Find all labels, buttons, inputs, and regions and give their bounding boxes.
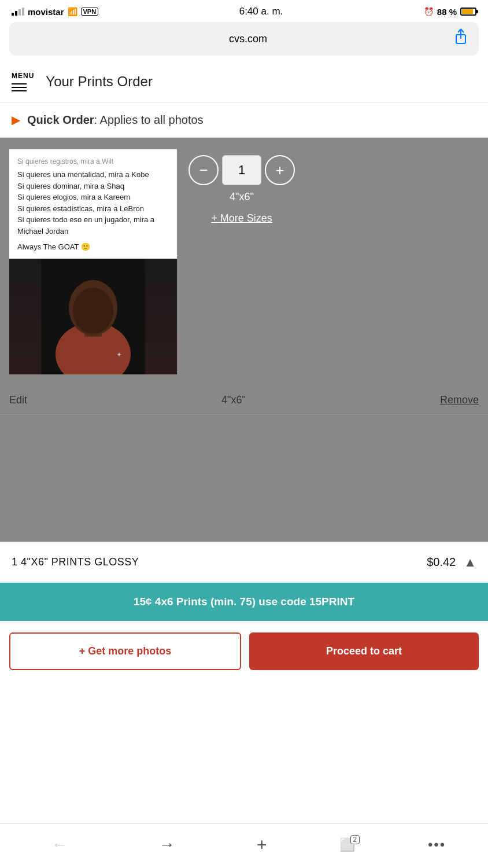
photo-preview: Si quieres registros, mira a Wilt Si qui…	[9, 149, 177, 374]
photo-text-overlay: Si quieres registros, mira a Wilt Si qui…	[9, 149, 177, 259]
photo-size-label: 4"x6"	[221, 394, 246, 406]
photo-image: ✦	[9, 259, 177, 374]
more-sizes-label: More Sizes	[220, 212, 272, 224]
proceed-to-cart-button[interactable]: Proceed to cart	[249, 632, 479, 670]
status-left: movistar 📶 VPN	[12, 7, 98, 17]
photo-preview-inner: Si quieres registros, mira a Wilt Si qui…	[9, 149, 177, 374]
quick-order-arrow-icon: ▶	[12, 113, 20, 127]
status-time: 6:40 a. m.	[239, 6, 283, 17]
quantity-input[interactable]	[222, 155, 261, 185]
quick-order-text: Quick Order: Applies to all photos	[27, 113, 204, 127]
more-sizes-prefix: +	[211, 212, 220, 224]
svg-point-7	[73, 288, 113, 334]
battery-percent: 88 %	[437, 7, 457, 17]
size-label: 4"x6"	[230, 191, 254, 203]
photo-section: Si quieres registros, mira a Wilt Si qui…	[0, 138, 488, 386]
photo-text-line3: Si quieres dominar, mira a Shaq	[17, 181, 169, 192]
remove-button[interactable]: Remove	[440, 394, 479, 406]
summary-price: $0.42	[427, 556, 456, 569]
status-right: ⏰ 88 %	[424, 7, 476, 17]
status-bar: movistar 📶 VPN 6:40 a. m. ⏰ 88 %	[0, 0, 488, 22]
forward-button[interactable]: →	[149, 833, 184, 856]
summary-right: $0.42 ▲	[427, 555, 476, 570]
menu-button[interactable]: MENU	[12, 72, 34, 91]
share-button[interactable]	[454, 29, 467, 49]
edit-button[interactable]: Edit	[9, 394, 27, 406]
vpn-badge: VPN	[81, 8, 99, 16]
chevron-up-icon[interactable]: ▲	[464, 555, 476, 570]
battery-icon	[460, 8, 476, 16]
quantity-decrease-button[interactable]: −	[188, 155, 219, 185]
back-button[interactable]: ←	[42, 833, 77, 856]
quantity-controls: − + 4"x6" + More Sizes	[188, 149, 295, 225]
action-buttons: + Get more photos Proceed to cart	[0, 621, 488, 682]
promo-banner: 15¢ 4x6 Prints (min. 75) use code 15PRIN…	[0, 583, 488, 621]
add-tab-button[interactable]: +	[257, 835, 267, 855]
url-text: cvs.com	[42, 33, 454, 45]
quantity-row: − +	[188, 155, 295, 185]
more-button[interactable]: •••	[428, 837, 446, 853]
photo-text-line5: Si quieres estadísticas, mira a LeBron	[17, 203, 169, 215]
empty-photo-section	[0, 414, 488, 542]
svg-text:✦: ✦	[116, 351, 122, 359]
summary-bar[interactable]: 1 4"x6" PRINTS GLOSSY $0.42 ▲	[0, 542, 488, 583]
bottom-nav: ← → + ⬜ 2 •••	[0, 823, 488, 868]
url-bar[interactable]: cvs.com	[9, 22, 479, 56]
page-title: Your Prints Order	[46, 73, 153, 90]
menu-label: MENU	[12, 72, 34, 80]
summary-text: 1 4"x6" PRINTS GLOSSY	[12, 556, 139, 568]
photo-text-line1: Si quieres registros, mira a Wilt	[17, 156, 169, 167]
promo-text: 15¢ 4x6 Prints (min. 75) use code 15PRIN…	[134, 595, 354, 608]
quick-order-description: : Applies to all photos	[94, 113, 204, 126]
quantity-increase-button[interactable]: +	[265, 155, 295, 185]
page-header: MENU Your Prints Order	[0, 61, 488, 102]
photo-text-line8: Always The GOAT 🙂	[17, 241, 169, 253]
get-more-photos-button[interactable]: + Get more photos	[9, 632, 241, 670]
photo-actions: Edit 4"x6" Remove	[0, 386, 488, 414]
alarm-icon: ⏰	[424, 7, 434, 16]
photo-item: Si quieres registros, mira a Wilt Si qui…	[9, 149, 479, 374]
more-sizes-button[interactable]: + More Sizes	[211, 212, 272, 225]
quick-order-banner[interactable]: ▶ Quick Order: Applies to all photos	[0, 102, 488, 138]
photo-text-line4: Si quieres elogios, mira a Kareem	[17, 192, 169, 203]
carrier-label: movistar	[28, 7, 64, 17]
wifi-icon: 📶	[68, 7, 77, 16]
photo-text-line2: Si quieres una mentalidad, mira a Kobe	[17, 169, 169, 181]
tabs-count-badge: 2	[350, 835, 360, 844]
quick-order-label: Quick Order	[27, 113, 94, 126]
signal-icon	[12, 8, 24, 16]
tabs-button[interactable]: ⬜ 2	[339, 837, 355, 852]
photo-text-line6: Si quieres todo eso en un jugador, mira …	[17, 214, 169, 237]
